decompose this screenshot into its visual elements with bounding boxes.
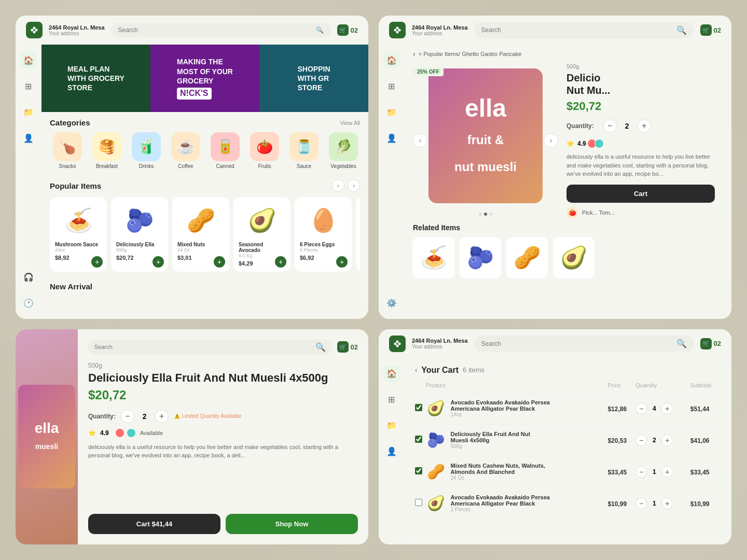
category-sauce[interactable]: 🫙 Sauce [286,132,322,169]
cart-check-1[interactable] [415,404,422,411]
cart-badge[interactable]: 🛒 02 [337,24,358,36]
view-all-btn[interactable]: View All [340,120,360,126]
qty-minus[interactable]: − [603,119,617,133]
cart-name-3: Mixed Nuts Cashew Nuts, Walnuts,Almonds … [451,463,545,475]
ella-add[interactable]: + [153,256,164,268]
nuts-name: Mixed Nuts [177,242,224,247]
related-1[interactable]: 🍝 [413,237,454,278]
detail-sidebar-settings[interactable]: ⚙️ [383,295,400,312]
avocado-add[interactable]: + [275,256,286,268]
category-snacks[interactable]: 🍗 Snacks [50,132,85,169]
cart-check-3[interactable] [415,467,422,474]
detail-sidebar-folder[interactable]: 📁 [383,104,400,120]
img-prev[interactable]: ‹ [413,133,427,148]
category-canned[interactable]: 🥫 Canned [208,132,243,169]
related-title: Related Items [413,223,723,232]
product-detail-panel: 2464 Royal Ln. Mesa Your address 🔍 🛒 02 … [379,16,731,319]
banner-3[interactable]: SHOPPINWITH GRSTORE [259,45,368,112]
product-eggs[interactable]: 🥚 6 Pieces Eggs 6 Pieces $6,92 + [295,197,352,272]
detail-search[interactable]: 🔍 [474,22,694,38]
cart-plus-2[interactable]: + [661,435,673,446]
detail-inner: 🏠 ⊞ 📁 👤 ⚙️ ‹ < Popular Items/ Ghetto Gas… [379,45,731,319]
product-ella[interactable]: 🫐 Deliciously Ella 500g $20,72 + [111,197,168,272]
search-bar[interactable]: 🔍 [111,23,331,37]
cart-plus-3[interactable]: + [661,466,673,478]
cart-minus-2[interactable]: − [635,435,647,446]
cart-item-4: 🥑 Avocado Evokaado Avakaido PerseaAmeric… [426,493,608,514]
page-cart-count: 02 [351,343,358,351]
cart-minus-4[interactable]: − [635,498,647,509]
mushroom-add[interactable]: + [91,256,103,268]
svg-point-7 [396,31,399,34]
sidebar-user[interactable]: 👤 [20,130,37,146]
cart-back-btn[interactable]: ‹ [415,366,417,374]
cart-plus-1[interactable]: + [661,403,673,414]
category-breakfast[interactable]: 🥞 Breakfast [89,132,125,169]
eggs-add[interactable]: + [336,256,348,268]
cart-search-input[interactable] [481,340,673,347]
categories-header: Categories View All [50,118,360,127]
cart-cart-badge[interactable]: 🛒 02 [700,338,721,349]
pp-shop-btn[interactable]: Shop Now [226,514,358,534]
sidebar-headset[interactable]: 🎧 [20,269,37,286]
product-muffin[interactable]: 🧁 Premium Muffin 1 Pieces $8,92 + [356,197,360,272]
cart-sidebar-user[interactable]: 👤 [383,443,400,460]
cart-check-4[interactable] [415,499,422,506]
svg-point-10 [396,340,399,343]
sidebar-clock[interactable]: 🕐 [20,295,37,312]
next-arrow[interactable]: › [348,179,360,192]
category-vegetables[interactable]: 🥬 Vegetables [326,132,360,169]
breadcrumb-back[interactable]: ‹ [413,50,416,58]
img-next[interactable]: › [544,133,558,148]
product-avocado[interactable]: 🥑 Seasoned Avocado 0.5 Kg $4,29 + [233,197,290,272]
detail-search-icon: 🔍 [676,25,687,35]
cart-weight-4: 1 Pieces [451,507,550,512]
detail-sidebar-grid[interactable]: ⊞ [383,78,400,94]
cart-sidebar-folder[interactable]: 📁 [383,417,400,434]
cart-price-2: $20,53 [607,437,627,444]
cart-weight-2: 500g [451,443,531,449]
cart-sidebar-grid[interactable]: ⊞ [383,391,400,408]
pickup-row: 🍅 Pick... Tom... [566,207,715,218]
pp-qty-plus[interactable]: + [155,410,169,423]
cart-sidebar-home[interactable]: 🏠 [383,366,400,382]
product-mushroom[interactable]: 🍝 Mushroom Sauce 24oz $8,92 + [50,197,107,272]
cart-minus-1[interactable]: − [635,403,647,414]
category-fruits[interactable]: 🍅 Fruits [247,132,282,169]
cart-inner: 🏠 ⊞ 📁 👤 ‹ Your Cart 6 items Product Pric… [379,358,731,545]
cart-plus-4[interactable]: + [661,498,673,509]
sidebar-grid[interactable]: ⊞ [20,78,37,94]
pp-cart-btn[interactable]: Cart $41,44 [88,514,220,534]
cart-search[interactable]: 🔍 [474,335,694,352]
page-search[interactable]: 🔍 [88,340,332,355]
detail-cart[interactable]: 🛒 02 [700,24,721,36]
related-4[interactable]: 🥑 [553,237,594,278]
cart-minus-3[interactable]: − [635,466,647,478]
qty-plus[interactable]: + [638,119,651,133]
detail-search-input[interactable] [481,26,673,34]
detail-sidebar-user[interactable]: 👤 [383,130,400,146]
banner-1[interactable]: MEAL PLANWITH GROCERYSTORE [42,45,150,112]
page-cart[interactable]: 🛒 02 [337,341,358,353]
category-drinks[interactable]: 🧃 Drinks [129,132,164,169]
detail-sidebar-home[interactable]: 🏠 [383,52,400,68]
search-input[interactable] [118,26,313,34]
banner-2[interactable]: MAKING THEMOST OF YOURGROCERY N!CK'S [150,45,259,112]
page-search-input[interactable] [94,344,312,350]
coffee-label: Coffee [178,163,193,169]
related-2[interactable]: 🫐 [460,237,501,278]
related-3[interactable]: 🥜 [506,237,548,278]
nuts-weight: 24 Oz [177,247,224,253]
nuts-add[interactable]: + [214,256,225,268]
cart-qty-4: − 1 + [635,498,690,509]
product-nuts[interactable]: 🥜 Mixed Nuts 24 Oz $3,01 + [172,197,229,272]
sidebar-home[interactable]: 🏠 [20,52,37,68]
nuts-img: 🥜 [183,202,219,239]
prev-arrow[interactable]: ‹ [332,179,344,192]
pp-qty-minus[interactable]: − [121,410,134,423]
detail-cart-btn[interactable]: Cart [566,185,715,203]
drinks-icon-box: 🧃 [132,132,161,161]
cart-check-2[interactable] [415,436,422,443]
sidebar-folder[interactable]: 📁 [20,104,37,120]
category-coffee[interactable]: ☕ Coffee [168,132,203,169]
